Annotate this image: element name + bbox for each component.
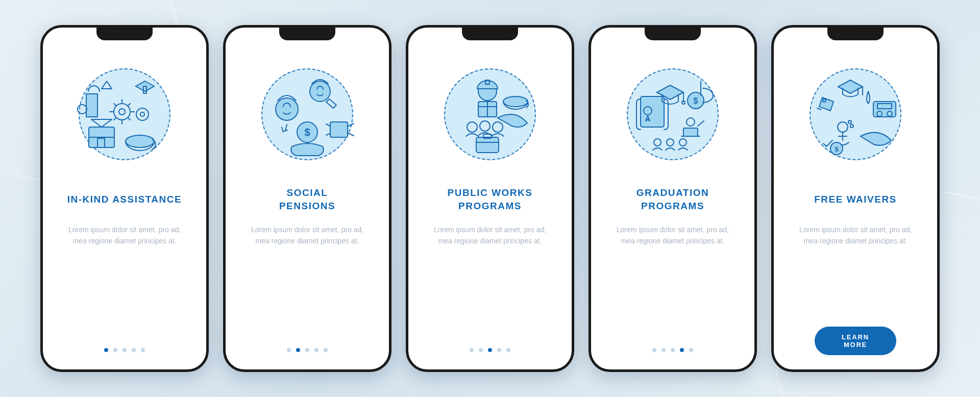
svg-point-38 (838, 122, 848, 132)
dot-3[interactable] (132, 348, 136, 352)
slide-illustration: $ (249, 56, 366, 173)
slide-title: GRADUATION PROGRAMS (636, 186, 709, 213)
dot-3[interactable] (497, 348, 501, 352)
svg-rect-21 (476, 137, 499, 153)
svg-point-20 (493, 122, 503, 132)
free-waivers-icon: $ (802, 61, 909, 168)
onboarding-row: IN-KIND ASSISTANCE Lorem ipsum dolor sit… (40, 25, 940, 372)
slide-title: FREE WAIVERS (814, 186, 897, 213)
dot-2[interactable] (671, 348, 675, 352)
phone-slide-0: IN-KIND ASSISTANCE Lorem ipsum dolor sit… (40, 25, 209, 372)
slide-description: Lorem ipsum dolor sit amet, pro ad, mea … (241, 225, 374, 246)
dot-1[interactable] (113, 348, 117, 352)
dot-4[interactable] (324, 348, 328, 352)
svg-text:$: $ (694, 96, 698, 105)
svg-rect-13 (330, 122, 348, 137)
social-pensions-icon: $ (254, 61, 361, 168)
slide-title: IN-KIND ASSISTANCE (67, 186, 182, 213)
learn-more-button[interactable]: LEARN MORE (815, 327, 896, 355)
svg-point-5 (140, 112, 144, 116)
dot-0[interactable] (287, 348, 291, 352)
svg-point-8 (126, 135, 154, 147)
phone-notch (827, 27, 884, 40)
graduation-programs-icon: $ (619, 61, 726, 168)
svg-point-40 (850, 125, 853, 128)
phone-slide-2: PUBLIC WORKS PROGRAMS Lorem ipsum dolor … (406, 25, 574, 372)
phone-slide-4: $ FREE WAIVERS Lorem ipsum dolor sit ame… (771, 25, 940, 372)
phone-slide-3: $ GRADUATION PROGRAMS Lorem ipsum dolor … (589, 25, 757, 372)
slide-title: PUBLIC WORKS PROGRAMS (448, 186, 533, 213)
svg-point-19 (480, 121, 490, 131)
slide-description: Lorem ipsum dolor sit amet, pro ad, mea … (424, 225, 556, 246)
phone-notch (462, 27, 518, 40)
slide-illustration (66, 56, 183, 173)
svg-point-9 (276, 98, 298, 120)
in-kind-assistance-icon (71, 61, 178, 168)
svg-text:$: $ (835, 145, 839, 153)
svg-point-0 (78, 105, 87, 114)
svg-text:$: $ (304, 127, 310, 138)
phone-slide-1: $ SOCIAL PENSIONS Lorem ipsum dolor sit … (223, 25, 391, 372)
dot-4[interactable] (689, 348, 693, 352)
svg-point-31 (667, 139, 674, 146)
dot-0[interactable] (104, 348, 108, 352)
svg-point-30 (654, 139, 661, 146)
slide-description: Lorem ipsum dolor sit amet, pro ad, mea … (58, 225, 191, 246)
dot-4[interactable] (141, 348, 145, 352)
svg-point-24 (644, 107, 652, 115)
pagination-dots (408, 348, 572, 352)
slide-illustration (431, 56, 549, 173)
dot-2[interactable] (488, 348, 492, 352)
dot-1[interactable] (479, 348, 483, 352)
slide-description: Lorem ipsum dolor sit amet, pro ad, mea … (606, 225, 739, 246)
slide-illustration: $ (614, 56, 731, 173)
svg-point-10 (310, 81, 330, 102)
svg-point-3 (119, 109, 125, 115)
pagination-dots (43, 348, 206, 352)
slide-description: Lorem ipsum dolor sit amet, pro ad, mea … (789, 225, 922, 246)
dot-1[interactable] (296, 348, 300, 352)
dot-4[interactable] (506, 348, 510, 352)
pagination-dots (226, 348, 389, 352)
svg-point-25 (682, 101, 685, 104)
dot-3[interactable] (680, 348, 684, 352)
svg-rect-29 (683, 128, 698, 136)
phone-notch (279, 27, 335, 40)
phone-notch (96, 27, 153, 40)
svg-point-18 (467, 122, 477, 132)
svg-point-28 (687, 118, 695, 126)
slide-illustration: $ (797, 56, 914, 173)
svg-point-32 (679, 139, 687, 146)
public-works-icon (436, 61, 544, 168)
phone-notch (645, 27, 701, 40)
dot-1[interactable] (662, 348, 666, 352)
pagination-dots (591, 348, 754, 352)
svg-point-2 (114, 104, 130, 120)
dot-0[interactable] (652, 348, 656, 352)
dot-3[interactable] (314, 348, 318, 352)
dot-0[interactable] (470, 348, 474, 352)
dot-2[interactable] (122, 348, 127, 352)
svg-point-4 (136, 108, 149, 120)
dot-2[interactable] (305, 348, 309, 352)
slide-title: SOCIAL PENSIONS (279, 186, 335, 213)
svg-point-17 (503, 96, 528, 107)
svg-point-39 (848, 120, 851, 123)
